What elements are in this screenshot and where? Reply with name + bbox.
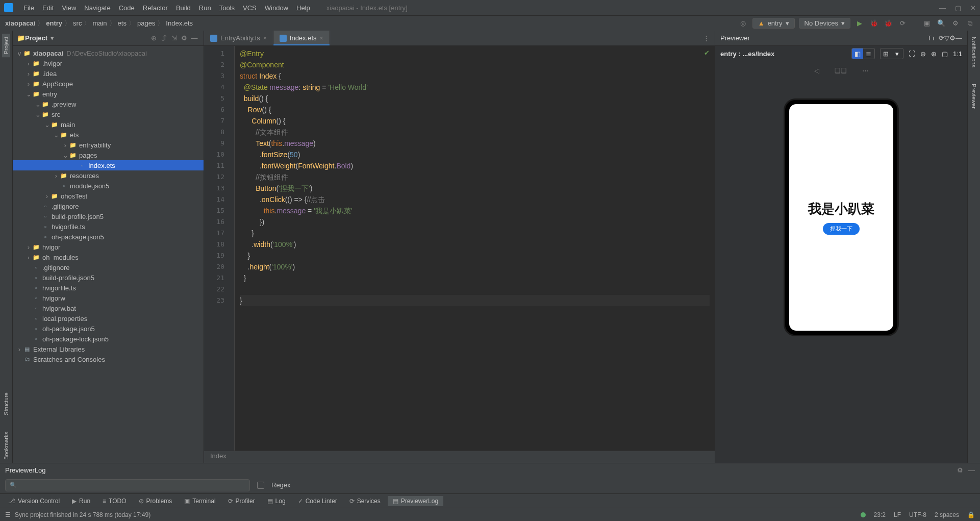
menu-view[interactable]: View — [58, 2, 80, 14]
tree-item[interactable]: ›📁AppScope — [13, 79, 204, 89]
tree-arrow-icon[interactable]: › — [25, 254, 32, 261]
grid-icon[interactable]: ⊞ — [881, 48, 892, 59]
tree-arrow-icon[interactable]: ⌄ — [34, 101, 41, 108]
search-icon[interactable]: 🔍 — [936, 18, 946, 29]
tree-item[interactable]: ⌄📁entry — [13, 89, 204, 99]
menu-help[interactable]: Help — [292, 2, 314, 14]
file-encoding[interactable]: UTF-8 — [909, 511, 926, 518]
coverage-icon[interactable]: 🐞 — [883, 18, 893, 29]
menu-navigate[interactable]: Navigate — [80, 2, 114, 14]
back-icon[interactable]: ◁ — [814, 67, 819, 75]
tree-arrow-icon[interactable]: ⌄ — [25, 90, 32, 98]
minimize-icon[interactable]: — — [939, 4, 946, 12]
tab-close-icon[interactable]: × — [263, 35, 267, 42]
run-config-dropdown[interactable]: ▲entry▾ — [752, 18, 795, 29]
breadcrumb-item[interactable]: main — [92, 19, 107, 27]
prev-hide-icon[interactable]: — — [956, 34, 962, 42]
tree-item[interactable]: ▫build-profile.json5 — [13, 211, 204, 221]
menu-build[interactable]: Build — [172, 2, 195, 14]
bottom-tab-version-control[interactable]: ⎇Version Control — [3, 496, 65, 506]
tree-item[interactable]: ▫hvigorfile.ts — [13, 221, 204, 232]
tab-close-icon[interactable]: × — [320, 35, 323, 42]
menu-edit[interactable]: Edit — [38, 2, 58, 14]
side-tab-notifications[interactable]: Notifications — [970, 34, 978, 70]
tree-arrow-icon[interactable]: › — [53, 172, 60, 180]
breadcrumb-item[interactable]: pages — [137, 19, 155, 27]
panel-settings-icon[interactable]: ⚙ — [179, 34, 189, 42]
preview-button[interactable]: 捏我一下 — [823, 223, 860, 235]
refresh-icon[interactable]: ⟳ — [939, 34, 944, 42]
bottom-tab-profiler[interactable]: ⟳Profiler — [223, 496, 260, 506]
tree-item[interactable]: ▫hvigorfile.ts — [13, 283, 204, 293]
text-icon[interactable]: Tᴛ — [927, 34, 936, 42]
tree-arrow-icon[interactable]: › — [25, 80, 32, 88]
tree-arrow-icon[interactable]: › — [43, 192, 51, 200]
tree-arrow-icon[interactable]: ⌄ — [43, 121, 51, 129]
tree-item[interactable]: ›📁resources — [13, 170, 204, 181]
editor-tab[interactable]: Index.ets× — [273, 31, 330, 45]
breadcrumb-item[interactable]: xiaopacai — [5, 19, 35, 27]
log-search-input[interactable] — [5, 479, 250, 491]
side-tab-bookmarks[interactable]: Bookmarks — [2, 429, 10, 463]
menu-refactor[interactable]: Refactor — [139, 2, 172, 14]
bottom-tab-previewerlog[interactable]: ▤PreviewerLog — [388, 496, 443, 506]
notifications-icon[interactable]: ⧉ — [965, 18, 975, 29]
device-manager-icon[interactable]: ▣ — [922, 18, 932, 29]
side-tab-project[interactable]: Project — [2, 34, 10, 57]
expand-all-icon[interactable]: ⇵ — [159, 34, 169, 42]
tree-arrow-icon[interactable]: › — [25, 70, 32, 78]
tree-item[interactable]: ▫oh-package-lock.json5 — [13, 334, 204, 344]
tree-item[interactable]: ⌄📁src — [13, 109, 204, 119]
locate-icon[interactable]: ⊕ — [148, 34, 159, 42]
side-tab-structure[interactable]: Structure — [2, 389, 10, 418]
menu-tools[interactable]: Tools — [215, 2, 239, 14]
breadcrumb-item[interactable]: Index.ets — [166, 19, 193, 27]
tree-item[interactable]: ▫.gitignore — [13, 262, 204, 272]
tree-item[interactable]: ▫.gitignore — [13, 201, 204, 211]
tree-arrow-icon[interactable]: ⌄ — [62, 152, 69, 159]
tree-item[interactable]: ⌄📁pages — [13, 150, 204, 160]
bottom-tab-code-linter[interactable]: ✓Code Linter — [293, 496, 342, 506]
tree-arrow-icon[interactable]: › — [16, 345, 23, 353]
tree-item[interactable]: 🗂Scratches and Consoles — [13, 354, 204, 364]
bottom-tab-run[interactable]: ▶Run — [67, 496, 95, 506]
layers-mode-icon[interactable]: ≣ — [863, 48, 874, 59]
tree-item[interactable]: ▫hvigorw — [13, 293, 204, 303]
one-to-one-icon[interactable]: 1:1 — [953, 50, 962, 58]
tree-item[interactable]: ›📁.hvigor — [13, 58, 204, 68]
tree-root[interactable]: v📁 xiaopacai D:\DevEcoStudio\xiaopacai — [13, 48, 204, 58]
menu-run[interactable]: Run — [195, 2, 215, 14]
readonly-lock-icon[interactable]: 🔒 — [967, 511, 975, 518]
tree-item[interactable]: ▫oh-package.json5 — [13, 232, 204, 242]
bottom-tab-log[interactable]: ▤Log — [262, 496, 291, 506]
menu-vcs[interactable]: VCS — [239, 2, 261, 14]
tree-item[interactable]: ▫oh-package.json5 — [13, 324, 204, 334]
menu-code[interactable]: Code — [115, 2, 139, 14]
chevron-down-icon[interactable]: ▾ — [892, 48, 903, 59]
regex-checkbox[interactable] — [257, 482, 264, 489]
bottom-tab-problems[interactable]: ⊘Problems — [134, 496, 178, 506]
zoom-in-icon[interactable]: ⊕ — [931, 50, 937, 58]
design-mode-icon[interactable]: ◧ — [852, 48, 863, 59]
editor-tab[interactable]: EntryAbility.ts× — [204, 31, 273, 45]
tree-item[interactable]: ⌄📁ets — [13, 130, 204, 140]
tree-item[interactable]: ›▦External Libraries — [13, 344, 204, 354]
target-icon[interactable]: ◎ — [738, 18, 748, 29]
device-dropdown[interactable]: No Devices▾ — [799, 18, 850, 29]
breadcrumb-item[interactable]: ets — [118, 19, 127, 27]
tabs-more-icon[interactable]: ⋮ — [698, 31, 715, 45]
more-icon[interactable]: ⋯ — [862, 67, 869, 75]
close-icon[interactable]: ✕ — [970, 4, 976, 12]
bottom-tab-terminal[interactable]: ▣Terminal — [179, 496, 220, 506]
menu-window[interactable]: Window — [261, 2, 292, 14]
zoom-out-icon[interactable]: ⊖ — [920, 50, 926, 58]
split-icon[interactable]: ❏❏ — [835, 67, 847, 75]
panel-hide-icon[interactable]: — — [189, 34, 199, 42]
prev-settings-icon[interactable]: ⚙ — [949, 34, 956, 42]
code-editor[interactable]: @Entry @Component struct Index { @State … — [235, 46, 715, 451]
line-separator[interactable]: LF — [894, 511, 901, 518]
run-icon[interactable]: ▶ — [855, 18, 865, 29]
bottom-tab-services[interactable]: ⟳Services — [344, 496, 386, 506]
tree-arrow-icon[interactable]: ⌄ — [53, 131, 60, 139]
tree-item[interactable]: ▫module.json5 — [13, 181, 204, 191]
